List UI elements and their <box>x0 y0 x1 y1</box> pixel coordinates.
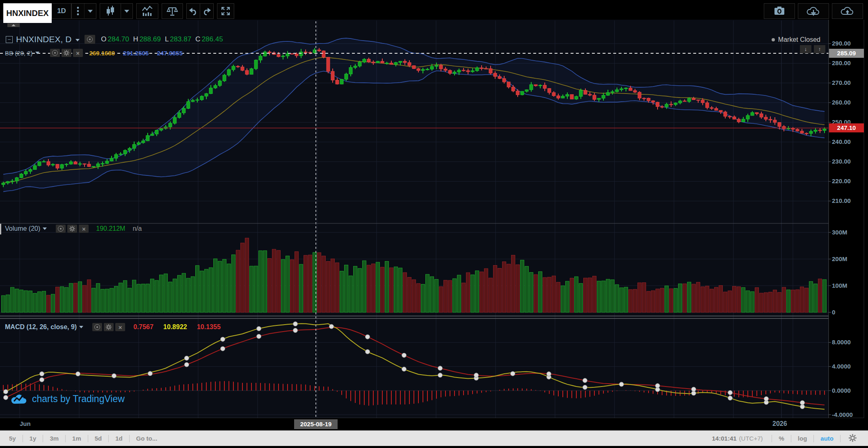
market-status: Market Closed <box>772 36 820 43</box>
close-icon: × <box>76 50 80 56</box>
chart-canvas[interactable] <box>0 0 868 432</box>
clock-time[interactable]: 14:01:41 <box>712 435 737 442</box>
level-price-badge: 285.09 <box>829 49 864 58</box>
chart-with-bars-icon <box>142 6 153 16</box>
range-button-5y[interactable]: 5y <box>2 435 23 442</box>
macd-tick: -4.0000 <box>832 411 862 419</box>
clock-timezone[interactable]: (UTC+7) <box>739 435 763 442</box>
ohlc-high-value: 288.69 <box>139 35 161 43</box>
macd-remove-button[interactable]: × <box>115 323 125 331</box>
undo-icon[interactable] <box>186 3 200 19</box>
bb-eye-button[interactable] <box>50 49 60 57</box>
macd-tick: 0.0000 <box>832 387 862 395</box>
ohlc-low-label: L <box>165 35 169 43</box>
gear-icon <box>64 50 69 56</box>
tradingview-logo[interactable]: charts by TradingView <box>11 393 125 405</box>
bb-basis-value: 269.1680 <box>89 50 115 57</box>
tradingview-cloud-icon <box>11 393 28 405</box>
bb-upper-value: 291.2505 <box>123 50 149 57</box>
interval-button[interactable]: 1D <box>52 3 71 19</box>
vertical-dots-icon <box>76 7 80 16</box>
bb-settings-button[interactable] <box>62 49 71 57</box>
macd-eye-button[interactable] <box>92 323 102 331</box>
cloud-load-icon[interactable] <box>798 3 829 19</box>
bottom-toolbar: 5y 1y 3m 1m 5d 1d Go to... 14:01:41 (UTC… <box>0 430 868 446</box>
ohlc-close-label: C <box>195 35 200 43</box>
auto-scale-toggle[interactable]: auto <box>814 435 840 442</box>
symbol-eye-button[interactable] <box>85 35 95 44</box>
tradingview-logo-text: charts by TradingView <box>32 393 125 405</box>
price-tick: 210.00 <box>832 197 862 205</box>
interval-options-icon[interactable] <box>71 3 85 19</box>
symbol-legend-caret-icon[interactable] <box>75 39 80 41</box>
macd-legend-caret-icon[interactable] <box>79 326 83 328</box>
macd-legend-title[interactable]: MACD (12, 26, close, 9) <box>5 323 77 331</box>
bb-legend-caret-icon[interactable] <box>35 52 39 54</box>
macd-settings-button[interactable] <box>104 323 114 331</box>
snapshot-camera-icon[interactable] <box>764 3 795 19</box>
undo-arrow-icon <box>189 7 198 15</box>
price-tick: 230.00 <box>832 157 862 166</box>
symbol-search-input[interactable]: HNXINDEX <box>3 3 52 23</box>
chart-style-dropdown-caret[interactable] <box>121 3 133 19</box>
volume-remove-button[interactable]: × <box>79 225 89 233</box>
level-scroll-up-button[interactable]: ↑ <box>814 45 825 53</box>
percent-scale-toggle[interactable]: % <box>772 435 790 442</box>
bb-legend-title[interactable]: BB (20, 2) <box>5 50 33 57</box>
crosshair-date-badge: 2025-08-19 <box>294 419 338 429</box>
log-scale-toggle[interactable]: log <box>791 435 814 442</box>
volume-tick: 0 <box>832 308 862 316</box>
price-chart-svg <box>0 0 868 430</box>
camera-icon <box>773 6 786 16</box>
macd-signal-value: 10.1355 <box>197 323 221 331</box>
ohlc-high-label: H <box>133 35 138 43</box>
expand-arrows-icon <box>221 7 230 16</box>
goto-date-button[interactable]: Go to... <box>130 435 164 442</box>
macd-hist-value: 0.7567 <box>133 323 153 331</box>
cloud-save-icon[interactable] <box>832 3 863 19</box>
price-tick: 270.00 <box>832 79 862 87</box>
balance-scales-icon <box>167 6 178 16</box>
macd-tick: 8.0000 <box>832 338 862 346</box>
cloud-upload-icon <box>841 6 854 16</box>
volume-settings-button[interactable] <box>67 225 77 233</box>
market-status-dot-icon <box>772 38 775 41</box>
range-button-5d[interactable]: 5d <box>88 435 109 442</box>
eye-icon <box>58 226 64 232</box>
compare-indicator-icon[interactable] <box>136 3 158 19</box>
date-axis[interactable]: Jun 2025-08-19 2026 <box>0 418 868 430</box>
volume-legend-title[interactable]: Volume (20) <box>5 225 40 232</box>
last-price-badge: 247.10 <box>829 123 864 132</box>
ohlc-open-label: O <box>101 35 106 43</box>
fullscreen-icon[interactable] <box>217 3 234 19</box>
chart-style-candles-icon[interactable] <box>100 3 121 19</box>
toolbar-collapse-tab[interactable] <box>7 23 20 27</box>
legend-symbol-title[interactable]: HNXINDEX, D <box>16 34 71 44</box>
level-scroll-down-button[interactable]: ↓ <box>800 45 811 53</box>
date-label-jun: Jun <box>20 420 31 427</box>
scales-settings-icon[interactable] <box>162 3 183 19</box>
volume-tick: 200M <box>832 255 862 263</box>
up-arrow-icon <box>11 24 16 26</box>
volume-legend-caret-icon[interactable] <box>43 227 47 230</box>
range-button-1d[interactable]: 1d <box>109 435 129 442</box>
volume-tick: 100M <box>832 282 862 290</box>
ohlc-low-value: 283.87 <box>170 35 191 43</box>
pane-collapse-icon[interactable]: – <box>6 36 13 43</box>
redo-icon[interactable] <box>200 3 214 19</box>
price-tick: 240.00 <box>832 138 862 146</box>
range-button-1y[interactable]: 1y <box>23 435 43 442</box>
bb-remove-button[interactable]: × <box>73 49 83 57</box>
chart-properties-button[interactable] <box>841 434 865 443</box>
interval-dropdown-caret[interactable] <box>85 3 96 19</box>
range-button-1m[interactable]: 1m <box>66 435 88 442</box>
gear-icon <box>69 226 75 232</box>
ohlc-open-value: 284.70 <box>108 35 129 43</box>
price-tick: 290.00 <box>832 39 862 48</box>
macd-line-value: 10.8922 <box>163 323 187 331</box>
eye-icon <box>52 50 58 56</box>
volume-eye-button[interactable] <box>56 225 66 233</box>
range-button-3m[interactable]: 3m <box>43 435 65 442</box>
price-axis[interactable]: 290.00 280.00 270.00 260.00 250.00 240.0… <box>829 20 868 418</box>
eye-icon <box>87 36 93 42</box>
